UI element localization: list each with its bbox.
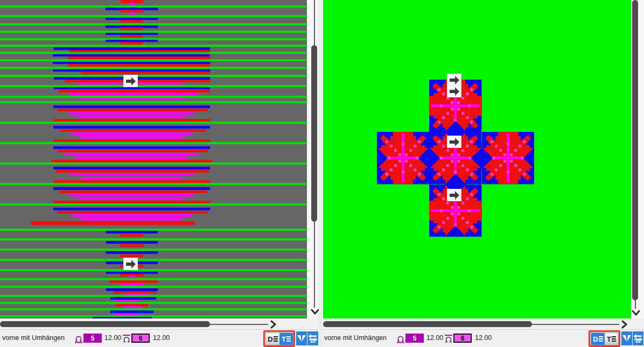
back-bed-badge[interactable]: 6 (131, 334, 150, 343)
course-line (0, 142, 307, 144)
yarn-row-bar (120, 234, 143, 237)
stitch-front-icon (396, 335, 405, 343)
back-stitch-length-value: 12.00 (475, 334, 492, 342)
row-marker-arrow[interactable] (447, 74, 461, 86)
left-scroll-down-chevron[interactable] (311, 308, 319, 316)
row-marker-arrow[interactable] (447, 189, 461, 201)
right-scroll-right-chevron[interactable] (620, 320, 629, 329)
yarn-row-bar (78, 197, 185, 200)
course-line (0, 122, 307, 124)
right-arrow-icon (124, 76, 137, 87)
yarn-row-bar (81, 218, 182, 221)
yarn-row-bar (68, 64, 210, 67)
needle-bed-icon (622, 334, 632, 343)
yarn-row-bar (53, 126, 210, 129)
right-arrow-icon (448, 137, 461, 147)
yarn-row-bar (53, 208, 210, 210)
yarn-row-bar (120, 254, 143, 257)
yarn-row-bar (69, 112, 194, 115)
row-marker-arrow[interactable] (123, 258, 138, 270)
front-stitch-length-value: 12.00 (104, 334, 121, 342)
right-horizontal-scroll-track[interactable] (532, 324, 619, 325)
diamond-motif (470, 146, 494, 170)
design-view-button[interactable]: D (591, 333, 605, 345)
course-line (0, 101, 307, 103)
back-stitch-length-value: 12.00 (153, 334, 170, 342)
knit-mode-label: vorne mit Umhängen (2, 334, 65, 342)
yarn-row-bar (121, 27, 143, 30)
course-line (0, 162, 307, 165)
technical-lines-icon (286, 336, 291, 342)
yarn-row-bar (65, 153, 198, 155)
yarn-row-bar (58, 150, 208, 152)
knitting-app-window: vorne mit Umhängen 5 12.00 6 12.00 D T (0, 0, 644, 347)
needle-bed-view-button[interactable] (621, 331, 632, 345)
right-arrow-icon (124, 259, 137, 270)
yarn-row-bar (31, 221, 195, 225)
right-horizontal-scroll-thumb[interactable] (323, 321, 532, 327)
transfer-arrows-icon (633, 334, 643, 343)
design-lines-icon (274, 336, 278, 342)
yarn-row-bar (121, 283, 143, 286)
right-vertical-scroll-thumb[interactable] (632, 0, 638, 300)
yarn-row-bar (81, 136, 183, 139)
yarn-row-bar (69, 50, 210, 52)
course-line (0, 203, 307, 206)
right-scroll-down-chevron[interactable] (632, 309, 640, 317)
technical-view-button[interactable]: T (279, 333, 293, 345)
left-horizontal-scroll-track[interactable] (209, 324, 268, 325)
technical-view-button[interactable]: T (605, 333, 618, 345)
right-arrow-icon (448, 190, 461, 201)
course-line (0, 59, 307, 61)
course-line (0, 302, 307, 304)
yarn-row-bar (121, 20, 143, 23)
transfer-view-button[interactable] (307, 331, 318, 345)
right-view-toggle-group: D T (591, 332, 619, 345)
yarn-row-bar (106, 231, 158, 233)
knit-mode-label: vorne mit Umhängen (324, 334, 387, 342)
course-line (0, 249, 307, 251)
row-marker-arrow[interactable] (447, 85, 461, 97)
row-marker-arrow[interactable] (123, 75, 138, 87)
yarn-row-bar (69, 93, 198, 95)
right-arrow-icon (448, 75, 461, 86)
stitch-back-icon (444, 335, 453, 343)
left-view-toggle-group: D T (265, 332, 293, 345)
yarn-row-bar (58, 211, 208, 214)
right-vertical-scroll-track[interactable] (635, 300, 636, 309)
left-tool-buttons (296, 331, 318, 345)
stitch-back-icon (122, 335, 131, 343)
course-line (0, 45, 307, 47)
design-view-button[interactable]: D (266, 333, 279, 345)
left-horizontal-scroll-thumb[interactable] (0, 321, 210, 327)
right-arrow-icon (448, 86, 461, 97)
diamond-motif (377, 146, 389, 170)
yarn-row-bar (52, 160, 212, 162)
front-bed-badge[interactable]: 5 (405, 334, 424, 343)
yarn-row-bar (75, 157, 187, 159)
yarn-row-bar (120, 244, 143, 247)
transfer-view-button[interactable] (633, 331, 643, 345)
course-line (0, 238, 307, 240)
back-bed-badge[interactable]: 6 (453, 334, 472, 343)
stitch-front-icon (74, 335, 83, 343)
left-vertical-scroll-thumb[interactable] (311, 45, 317, 222)
yarn-row-bar (123, 306, 141, 308)
diamond-motif (417, 146, 441, 170)
yarn-row-bar (78, 98, 185, 100)
fabric-view-panel: vorne mit Umhängen 5 12.00 6 12.00 D T (322, 0, 644, 347)
course-line (0, 15, 307, 17)
yarn-row-bar (71, 132, 193, 135)
course-line (0, 269, 307, 271)
fabric-pattern-canvas[interactable] (323, 0, 631, 318)
right-status-bar: vorne mit Umhängen 5 12.00 6 12.00 D T (322, 329, 644, 347)
left-view-toggle-highlight: D T (263, 330, 295, 347)
yarn-row-bar (106, 241, 158, 244)
front-bed-badge[interactable]: 5 (83, 334, 102, 343)
left-scroll-right-chevron[interactable] (269, 320, 278, 329)
needle-bed-view-button[interactable] (296, 331, 307, 345)
row-marker-arrow[interactable] (447, 136, 461, 148)
technical-view-panel: vorne mit Umhängen 5 12.00 6 12.00 D T (0, 0, 319, 347)
technical-pattern-canvas[interactable] (0, 0, 307, 318)
yarn-row-bar (121, 35, 143, 38)
